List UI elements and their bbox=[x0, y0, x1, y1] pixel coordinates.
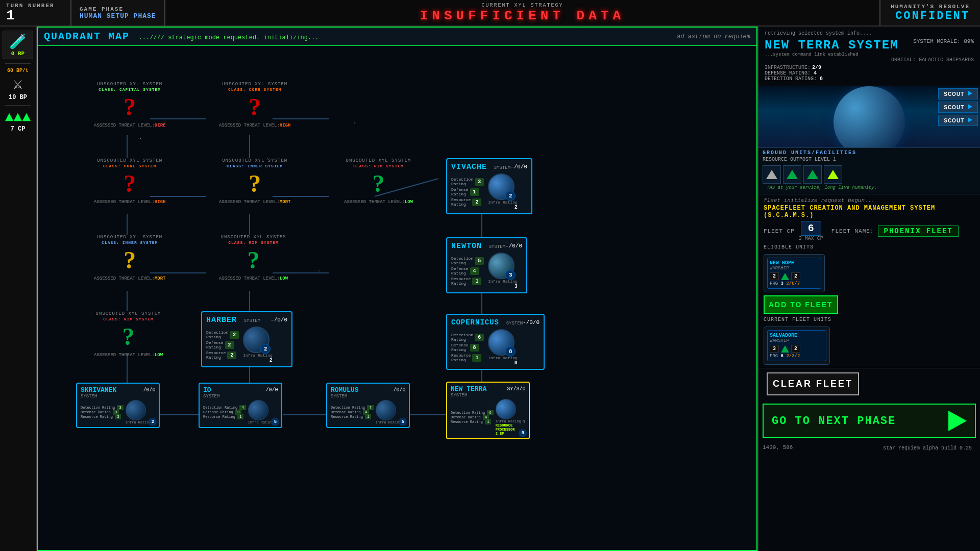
unit1-triangle bbox=[781, 273, 789, 280]
xyl-p-icon-2: ? bbox=[249, 93, 261, 121]
strategy-label: CURRENT XYL STRATEGY bbox=[481, 3, 563, 8]
unit2-name: SALVADORE bbox=[770, 333, 824, 338]
scout-button-2[interactable]: SCOUT bbox=[938, 102, 978, 113]
xyl-p-icon-3: ? bbox=[124, 169, 136, 197]
orbital-label: ORBITAL: GALACTIC SHIPYARDS bbox=[765, 57, 974, 63]
vivache-name: VIVACHE bbox=[451, 163, 487, 171]
fleet-cp-value: 6 bbox=[801, 221, 821, 236]
newton-name: NEWTON bbox=[451, 242, 482, 251]
xyl-system-1[interactable]: UNSCOUTED XYL SYSTEM CLASS: CAPITAL SYST… bbox=[94, 82, 165, 128]
unit1-stat-left: 2 bbox=[770, 272, 779, 280]
romulus-system[interactable]: ROMULUS -/0/0 SYSTEM Detection Rating 7 … bbox=[326, 383, 410, 428]
game-phase-box: GAME PHASE HUMAN SETUP PHASE bbox=[71, 0, 165, 26]
star-dot bbox=[318, 270, 320, 271]
next-phase-arrow bbox=[948, 411, 967, 431]
main-map[interactable]: QUADRANT MAP ...//// strategic mode requ… bbox=[37, 27, 757, 551]
star-map[interactable]: UNSCOUTED XYL SYSTEM CLASS: CAPITAL SYST… bbox=[38, 46, 756, 548]
resolve-value: CONFIDENT bbox=[895, 10, 970, 22]
xyl-system-3[interactable]: UNSCOUTED XYL SYSTEM CLASS: CORE SYSTEM … bbox=[94, 158, 165, 205]
scams-retrieving: fleet initialize request begun... bbox=[764, 197, 975, 204]
system-morale: SYSTEM MORALE: 89% bbox=[913, 38, 974, 44]
system-info: retrieving selected system info.... NEW … bbox=[758, 27, 980, 86]
scout-button-1[interactable]: SCOUT bbox=[938, 88, 978, 99]
vivache-system[interactable]: VIVACHE SYSTEM -/0/0 DetectionRating 3 D… bbox=[446, 158, 532, 214]
bp-resource: 60 BP/t ⚔ 10 BP bbox=[3, 68, 33, 101]
fleet-cp-row: FLEET CP 6 2 MAX CP FLEET NAME: PHOENIX … bbox=[764, 221, 975, 241]
resolve-box: HUMANITY'S RESOLVE CONFIDENT bbox=[879, 0, 980, 26]
xyl-p-icon-8: ? bbox=[122, 322, 135, 350]
left-sidebar: 🧪 0 RP 60 BP/t ⚔ 10 BP ▲▲▲ 7 CP bbox=[0, 27, 37, 551]
ground-units-title: GROUND UNITS/FACILITIES bbox=[763, 150, 976, 156]
newton-system[interactable]: NEWTON SYSTEM -/0/0 DetectionRating 5 De… bbox=[446, 237, 527, 293]
eligible-units-list: NEW HOPE WARSHIP 2 2 FRG 3 2/8/7 bbox=[764, 252, 975, 292]
unit1-type: WARSHIP bbox=[770, 266, 819, 271]
scams-section: fleet initialize request begun... SPACEF… bbox=[758, 194, 980, 368]
bp-value: 10 BP bbox=[9, 94, 27, 101]
xyl-system-6[interactable]: UNSCOUTED XYL SYSTEM CLASS: INNER SYSTEM… bbox=[94, 235, 165, 281]
fleet-name-value: PHOENIX FLEET bbox=[878, 226, 958, 237]
map-title: QUADRANT MAP bbox=[44, 31, 130, 42]
unit-icon-1 bbox=[763, 165, 781, 184]
map-tagline: ad astrum no requiem bbox=[677, 33, 750, 40]
harber-name: HARBER bbox=[206, 316, 237, 324]
sidebar-divider-2 bbox=[5, 105, 31, 106]
turn-label: TURN NUMBER bbox=[6, 3, 64, 9]
turn-box: TURN NUMBER 1 bbox=[0, 0, 71, 26]
fleet-name-label: FLEET NAME: bbox=[831, 228, 874, 234]
unit2-triangle bbox=[781, 345, 789, 353]
xyl-system-7[interactable]: UNSCOUTED XYL SYSTEM CLASS: RIM SYSTEM ?… bbox=[219, 235, 288, 281]
right-panel: retrieving selected system info.... NEW … bbox=[757, 27, 980, 551]
cp-resource: ▲▲▲ 7 CP bbox=[3, 110, 33, 133]
new-terra-map-system[interactable]: NEW TERRA SY/3/0 SYSTEM Detection Rating… bbox=[446, 382, 530, 439]
star-dot bbox=[140, 138, 141, 139]
arrow-right-icon bbox=[948, 411, 967, 431]
scout-buttons: SCOUT SCOUT SCOUT bbox=[938, 88, 978, 126]
next-phase-section[interactable]: GO TO NEXT PHASE bbox=[763, 404, 976, 438]
xyl-label-2: UNSCOUTED XYL SYSTEM CLASS: CORE SYSTEM bbox=[222, 82, 287, 92]
eligible-unit-1[interactable]: NEW HOPE WARSHIP 2 2 FRG 3 2/8/7 bbox=[764, 254, 825, 292]
cp-value: 7 CP bbox=[11, 126, 26, 133]
xyl-p-icon-6: ? bbox=[124, 246, 136, 274]
turn-number: 1 bbox=[6, 9, 64, 23]
io-system[interactable]: IO -/0/0 SYSTEM Detection Rating 4 Defen… bbox=[199, 383, 282, 428]
xyl-system-2[interactable]: UNSCOUTED XYL SYSTEM CLASS: CORE SYSTEM … bbox=[219, 82, 290, 128]
star-dot bbox=[354, 122, 355, 123]
rp-resource: 🧪 0 RP bbox=[3, 31, 33, 59]
planet-sphere bbox=[834, 86, 905, 147]
retrieving-text: retrieving selected system info.... bbox=[765, 31, 974, 36]
sidebar-divider-1 bbox=[5, 63, 31, 64]
system-stats: INFRASTRUCTURE: 2/9 bbox=[765, 65, 974, 70]
unit-icon-4 bbox=[824, 165, 842, 184]
unit2-frg: FRG 6 2/3/2 bbox=[770, 354, 824, 359]
xyl-p-icon-4: ? bbox=[249, 169, 261, 197]
coords-info: 1439, 586 bbox=[763, 444, 793, 452]
bp-label: 60 BP/t bbox=[7, 68, 29, 73]
skrivanek-system[interactable]: SKRIVANEK -/0/0 SYSTEM Detection Rating … bbox=[76, 383, 160, 428]
map-title-area: QUADRANT MAP ...//// strategic mode requ… bbox=[44, 31, 319, 42]
detection-value: 6 bbox=[820, 76, 823, 82]
clear-fleet-button[interactable]: CLEAR FLEET bbox=[767, 372, 859, 395]
clear-fleet-area: CLEAR FLEET bbox=[758, 368, 980, 399]
eligible-units-label: ELIGIBLE UNITS bbox=[764, 244, 975, 250]
harber-system[interactable]: HARBER SYSTEM -/0/0 DetectionRating 2 De… bbox=[201, 311, 292, 367]
unit2-stat-right: 2 bbox=[791, 345, 800, 353]
build-info-bar: 1439, 586 star requiem alpha build 0.25 bbox=[758, 442, 980, 454]
xyl-label-6: UNSCOUTED XYL SYSTEM CLASS: INNER SYSTEM bbox=[97, 235, 162, 245]
infra-value: 2/9 bbox=[812, 65, 821, 70]
xyl-p-icon-7: ? bbox=[248, 246, 260, 274]
copernicus-system[interactable]: COPERNICUS SYSTEM -/0/0 DetectionRating … bbox=[446, 314, 545, 370]
fleet-cp-label: FLEET CP bbox=[764, 228, 795, 234]
center-strategy: CURRENT XYL STRATEGY INSUFFICIENT DATA bbox=[165, 0, 880, 26]
next-phase-text: GO TO NEXT PHASE bbox=[772, 415, 896, 428]
xyl-system-5[interactable]: UNSCOUTED XYL SYSTEM CLASS: RIM SYSTEM ?… bbox=[344, 158, 413, 205]
unit1-frg: FRG 3 2/8/7 bbox=[770, 281, 819, 286]
game-phase-value: HUMAN SETUP PHASE bbox=[80, 12, 156, 20]
add-to-fleet-button[interactable]: ADD TO FLEET bbox=[764, 295, 838, 314]
current-unit-1[interactable]: SALVADORE WARSHIP 3 2 FRG 6 2/3/2 bbox=[764, 327, 830, 365]
xyl-system-4[interactable]: UNSCOUTED XYL SYSTEM CLASS: INNER SYSTEM… bbox=[219, 158, 290, 205]
scout-button-3[interactable]: SCOUT bbox=[938, 115, 978, 126]
top-bar: TURN NUMBER 1 GAME PHASE HUMAN SETUP PHA… bbox=[0, 0, 980, 27]
resolve-label: HUMANITY'S RESOLVE bbox=[891, 4, 970, 10]
cp-triangle-icon: ▲▲▲ bbox=[5, 110, 31, 126]
xyl-system-8[interactable]: UNSCOUTED XYL SYSTEM CLASS: RIM SYSTEM ?… bbox=[94, 311, 163, 358]
